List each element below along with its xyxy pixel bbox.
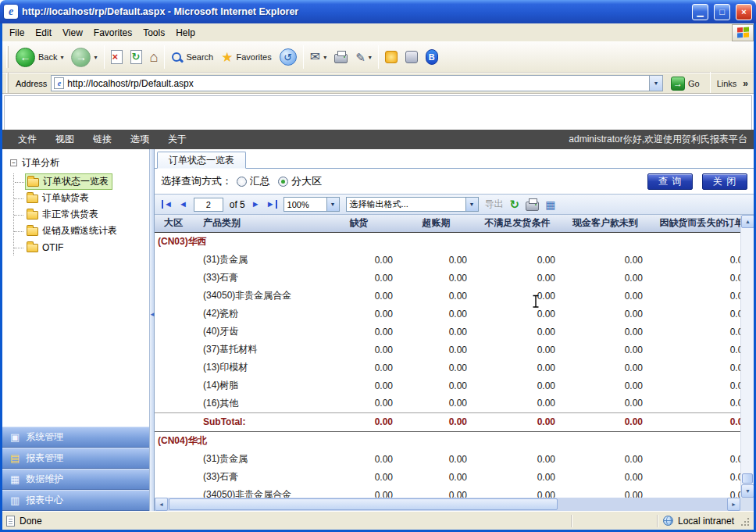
tree-item-0[interactable]: 订单状态一览表 bbox=[25, 173, 112, 190]
toolbar-grip[interactable] bbox=[6, 46, 9, 68]
page-nav-item-2[interactable]: 链接 bbox=[93, 133, 112, 146]
radio-icon[interactable] bbox=[237, 177, 247, 187]
radio-label: 分大区 bbox=[291, 174, 322, 188]
product-cell: (37)基托材料 bbox=[201, 341, 319, 359]
format-dropdown-icon[interactable]: ▼ bbox=[465, 198, 478, 211]
first-page-button[interactable]: ◄ bbox=[162, 200, 173, 209]
export-format-value: 选择输出格式... bbox=[347, 198, 465, 210]
prev-page-button[interactable]: ◄ bbox=[179, 200, 187, 209]
export-format-select[interactable]: 选择输出格式... ▼ bbox=[346, 197, 479, 212]
query-button[interactable]: 查 询 bbox=[647, 173, 693, 190]
close-page-button[interactable]: 关 闭 bbox=[702, 173, 747, 190]
menu-item-tools[interactable]: Tools bbox=[137, 25, 170, 41]
zoom-select[interactable]: 100% ▼ bbox=[284, 197, 340, 212]
maximize-button[interactable]: □ bbox=[714, 4, 730, 20]
tree-item-3[interactable]: 促销及赠送统计表 bbox=[25, 223, 120, 239]
edit-button[interactable]: ✎ ▾ bbox=[351, 44, 376, 70]
minimize-button[interactable]: ▁ bbox=[692, 4, 708, 20]
home-button[interactable]: ⌂ bbox=[146, 44, 162, 70]
bluetooth-button[interactable]: B bbox=[422, 44, 442, 70]
forward-dropdown-icon[interactable]: ▾ bbox=[94, 54, 97, 61]
tree-item-2[interactable]: 非正常供货表 bbox=[25, 206, 102, 223]
value-cell: 0.00 bbox=[399, 377, 473, 395]
addressbar-grip[interactable] bbox=[6, 73, 9, 95]
sidebar-button-0[interactable]: ▣系统管理 bbox=[2, 427, 149, 448]
messenger-button[interactable] bbox=[381, 44, 401, 70]
value-cell: 0.00 bbox=[649, 341, 740, 359]
scroll-up-button[interactable]: ▲ bbox=[741, 215, 754, 228]
media-button[interactable]: ↺ bbox=[276, 44, 301, 70]
mail-dropdown-icon[interactable]: ▾ bbox=[323, 54, 326, 61]
tree-collapse-icon[interactable]: − bbox=[10, 159, 17, 166]
value-cell: 0.00 bbox=[319, 305, 399, 323]
page-body: − 订单分析 订单状态一览表订单缺货表非正常供货表促销及赠送统计表OTIF ▣系… bbox=[2, 149, 754, 511]
value-cell: 0.00 bbox=[649, 377, 740, 395]
edit-dropdown-icon[interactable]: ▾ bbox=[369, 54, 372, 61]
tree-root[interactable]: − 订单分析 bbox=[10, 156, 146, 170]
tree-item-4[interactable]: OTIF bbox=[25, 239, 66, 255]
print-button[interactable] bbox=[330, 44, 351, 70]
last-page-button[interactable]: ► bbox=[266, 200, 277, 209]
refresh-button[interactable]: ↻ bbox=[127, 44, 146, 70]
menu-item-edit[interactable]: Edit bbox=[30, 25, 57, 41]
menu-item-file[interactable]: File bbox=[4, 25, 30, 41]
radio-option-0[interactable]: 汇总 bbox=[237, 174, 270, 188]
tab-order-status[interactable]: 订单状态一览表 bbox=[157, 152, 246, 169]
radio-label: 汇总 bbox=[250, 174, 270, 188]
back-dropdown-icon[interactable]: ▾ bbox=[60, 54, 63, 61]
mail-button[interactable]: ✉ ▾ bbox=[306, 44, 330, 70]
radio-option-1[interactable]: 分大区 bbox=[278, 174, 322, 188]
window-title: http://localhost/rp/Default.aspx - Micro… bbox=[22, 6, 686, 17]
status-separator bbox=[571, 515, 572, 527]
stop-button[interactable]: × bbox=[107, 44, 127, 70]
sidebar-button-3[interactable]: ▥报表中心 bbox=[2, 490, 149, 511]
resize-grip[interactable] bbox=[739, 516, 750, 527]
panel-splitter[interactable]: ◄ bbox=[149, 149, 155, 511]
page-nav-item-1[interactable]: 视图 bbox=[55, 133, 74, 146]
vertical-scrollbar[interactable]: ▲ ▼ bbox=[740, 215, 754, 498]
value-cell: 0.00 bbox=[562, 450, 649, 468]
links-chevron-icon[interactable]: » bbox=[740, 78, 751, 89]
product-cell: (31)贵金属 bbox=[201, 251, 319, 269]
messenger-icon bbox=[385, 51, 398, 63]
page-number-input[interactable] bbox=[194, 198, 223, 212]
next-page-button[interactable]: ► bbox=[251, 200, 260, 209]
menu-item-favorites[interactable]: Favorites bbox=[88, 25, 137, 41]
viewer-refresh-icon[interactable]: ↻ bbox=[510, 198, 520, 210]
export-link[interactable]: 导出 bbox=[485, 198, 504, 211]
scroll-down-button[interactable]: ▼ bbox=[741, 484, 754, 498]
value-cell: 0.00 bbox=[562, 468, 649, 486]
scroll-right-button[interactable]: ► bbox=[727, 498, 740, 511]
close-button[interactable]: × bbox=[736, 4, 752, 20]
viewer-print-icon[interactable] bbox=[526, 202, 539, 211]
address-input[interactable] bbox=[67, 76, 646, 91]
scroll-left-button[interactable]: ◄ bbox=[155, 498, 168, 511]
go-button[interactable]: → Go bbox=[667, 75, 704, 92]
search-button[interactable]: Search bbox=[167, 44, 217, 70]
links-label[interactable]: Links bbox=[717, 79, 737, 88]
back-button[interactable]: ← Back ▾ bbox=[12, 44, 67, 70]
tree-item-1[interactable]: 订单缺货表 bbox=[25, 190, 92, 206]
favorites-button[interactable]: ★ Favorites bbox=[217, 44, 276, 70]
horizontal-scroll-thumb[interactable] bbox=[169, 498, 558, 510]
value-cell: 0.00 bbox=[399, 359, 473, 377]
menu-item-help[interactable]: Help bbox=[170, 25, 201, 41]
sidebar-button-2[interactable]: ▦数据维护 bbox=[2, 469, 149, 490]
address-dropdown-icon[interactable]: ▼ bbox=[649, 76, 662, 91]
table-row: (34050)非贵金属合金0.000.000.000.000.00 bbox=[155, 486, 740, 498]
page-nav-item-0[interactable]: 文件 bbox=[18, 133, 37, 146]
menu-item-view[interactable]: View bbox=[57, 25, 88, 41]
zoom-dropdown-icon[interactable]: ▼ bbox=[326, 198, 339, 211]
page-nav-item-3[interactable]: 选项 bbox=[130, 133, 149, 146]
vertical-scroll-thumb[interactable] bbox=[742, 473, 753, 484]
sidebar-button-1[interactable]: ▤报表管理 bbox=[2, 448, 149, 469]
page-nav-item-4[interactable]: 关于 bbox=[168, 133, 187, 146]
region-cell bbox=[155, 305, 201, 323]
value-cell: 0.00 bbox=[473, 486, 562, 498]
application-button[interactable] bbox=[401, 44, 422, 70]
viewer-layout-icon[interactable]: ▦ bbox=[545, 199, 555, 210]
welcome-text: administrator你好,欢迎使用贺利氏报表平台 bbox=[569, 133, 747, 146]
horizontal-scrollbar[interactable]: ◄ ► bbox=[155, 498, 740, 511]
forward-button[interactable]: → ▾ bbox=[67, 44, 101, 70]
radio-icon[interactable] bbox=[278, 177, 288, 187]
